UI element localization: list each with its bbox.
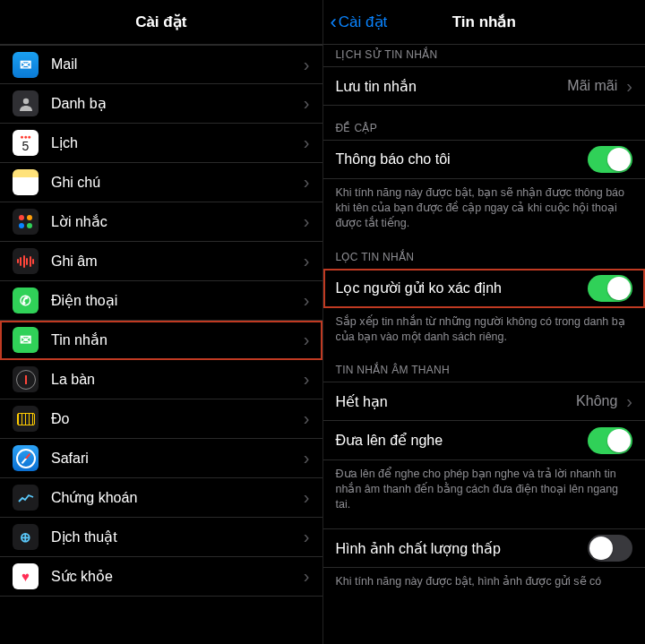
low-quality-toggle[interactable] <box>588 535 632 562</box>
row-label: Chứng khoán <box>51 489 300 506</box>
chevron-right-icon: › <box>304 172 310 193</box>
back-label: Cài đặt <box>339 13 387 31</box>
settings-row-notes[interactable]: Ghi chú › <box>0 163 322 202</box>
row-value: Không <box>576 393 617 409</box>
settings-pane: Cài đặt ✉︎ Mail › Danh bạ › ●●●5 Lịch › <box>0 0 323 644</box>
settings-row-calendar[interactable]: ●●●5 Lịch › <box>0 124 322 163</box>
back-button[interactable]: ‹ Cài đặt <box>331 13 388 32</box>
chevron-right-icon: › <box>304 527 310 547</box>
right-title: Tin nhắn <box>452 13 516 31</box>
row-label: Lời nhắc <box>51 213 300 230</box>
reminders-icon <box>13 209 39 235</box>
row-label: La bàn <box>51 372 300 388</box>
row-label: Hết hạn <box>336 393 577 410</box>
stocks-icon <box>13 485 39 511</box>
raise-to-listen-row[interactable]: Đưa lên để nghe <box>323 421 646 460</box>
section-mentions: ĐỀ CẬP <box>323 106 646 140</box>
screenshot-container: Cài đặt ✉︎ Mail › Danh bạ › ●●●5 Lịch › <box>0 0 645 644</box>
row-label: Lịch <box>51 134 300 151</box>
chevron-right-icon: › <box>304 93 310 114</box>
section-audio: TIN NHẮN ÂM THANH <box>323 348 646 382</box>
chevron-right-icon: › <box>304 369 310 390</box>
settings-row-measure[interactable]: Đo › <box>0 399 322 439</box>
left-title: Cài đặt <box>135 13 186 31</box>
raise-to-listen-toggle[interactable] <box>588 427 632 454</box>
row-label: Ghi chú <box>51 175 300 191</box>
section-filter: LỌC TIN NHẮN <box>323 235 646 269</box>
settings-row-mail[interactable]: ✉︎ Mail › <box>0 45 322 84</box>
row-label: Safari <box>51 451 300 467</box>
chevron-right-icon: › <box>304 290 310 311</box>
chevron-right-icon: › <box>304 487 310 508</box>
translate-icon: ⊕ <box>13 524 39 550</box>
row-label: Mail <box>51 56 300 73</box>
health-icon: ♥ <box>13 563 39 589</box>
row-label: Thông báo cho tôi <box>336 151 589 167</box>
compass-icon <box>13 366 39 392</box>
row-label: Lọc người gửi ko xác định <box>336 279 589 296</box>
phone-icon: ✆ <box>13 288 39 313</box>
notify-me-footer: Khi tính năng này được bật, bạn sẽ nhận … <box>323 179 646 235</box>
chevron-right-icon: › <box>304 408 310 429</box>
notify-me-toggle[interactable] <box>588 146 632 173</box>
row-value: Mãi mãi <box>567 78 617 94</box>
expire-row[interactable]: Hết hạn Không › <box>323 382 646 421</box>
safari-icon <box>13 445 39 471</box>
filter-unknown-toggle[interactable] <box>588 275 632 302</box>
settings-list[interactable]: ✉︎ Mail › Danh bạ › ●●●5 Lịch › G <box>0 45 322 644</box>
notes-icon <box>13 169 39 195</box>
chevron-right-icon: › <box>304 55 310 75</box>
section-history: LỊCH SỬ TIN NHẮN <box>323 45 646 66</box>
chevron-right-icon: › <box>304 330 310 350</box>
row-label: Đưa lên để nghe <box>336 432 589 449</box>
settings-row-phone[interactable]: ✆ Điện thoại › <box>0 281 322 321</box>
measure-icon <box>13 406 39 432</box>
messages-settings-pane: ‹ Cài đặt Tin nhắn LỊCH SỬ TIN NHẮN Lưu … <box>323 0 646 644</box>
raise-footer: Đưa lên để nghe cho phép bạn nghe và trả… <box>323 460 646 516</box>
chevron-right-icon: › <box>304 251 310 271</box>
messages-icon: ✉︎ <box>13 327 39 353</box>
settings-row-safari[interactable]: Safari › <box>0 439 322 478</box>
settings-row-messages[interactable]: ✉︎ Tin nhắn › <box>0 321 322 360</box>
settings-row-reminders[interactable]: Lời nhắc › <box>0 202 322 242</box>
row-label: Hình ảnh chất lượng thấp <box>336 540 589 557</box>
filter-unknown-row[interactable]: Lọc người gửi ko xác định <box>323 269 646 308</box>
row-label: Sức khỏe <box>51 568 300 585</box>
settings-row-translate[interactable]: ⊕ Dịch thuật › <box>0 518 322 557</box>
left-header: Cài đặt <box>0 0 322 45</box>
row-label: Danh bạ <box>51 95 300 112</box>
contacts-icon <box>13 90 39 116</box>
messages-settings-content[interactable]: LỊCH SỬ TIN NHẮN Lưu tin nhắn Mãi mãi › … <box>323 45 646 644</box>
settings-row-voice-memos[interactable]: Ghi âm › <box>0 242 322 281</box>
settings-row-health[interactable]: ♥ Sức khỏe › <box>0 557 322 597</box>
low-quality-row[interactable]: Hình ảnh chất lượng thấp <box>323 528 646 568</box>
calendar-icon: ●●●5 <box>13 130 39 156</box>
settings-row-stocks[interactable]: Chứng khoán › <box>0 478 322 518</box>
row-label: Lưu tin nhắn <box>336 78 568 95</box>
low-quality-footer: Khi tính năng này được bật, hình ảnh đượ… <box>323 568 646 593</box>
row-label: Điện thoại <box>51 292 300 309</box>
chevron-left-icon: ‹ <box>331 13 337 32</box>
row-label: Tin nhắn <box>51 331 300 348</box>
chevron-right-icon: › <box>304 448 310 468</box>
chevron-right-icon: › <box>304 211 310 232</box>
row-label: Dịch thuật <box>51 528 300 545</box>
filter-unknown-footer: Sắp xếp tin nhắn từ những người không có… <box>323 308 646 348</box>
mail-icon: ✉︎ <box>13 52 39 78</box>
right-header: ‹ Cài đặt Tin nhắn <box>323 0 646 45</box>
chevron-right-icon: › <box>304 566 310 587</box>
voice-memos-icon <box>13 248 39 274</box>
keep-messages-row[interactable]: Lưu tin nhắn Mãi mãi › <box>323 66 646 106</box>
chevron-right-icon: › <box>626 391 632 412</box>
row-label: Ghi âm <box>51 253 300 270</box>
chevron-right-icon: › <box>626 76 632 97</box>
settings-row-contacts[interactable]: Danh bạ › <box>0 84 322 124</box>
chevron-right-icon: › <box>304 133 310 153</box>
svg-point-0 <box>22 98 28 103</box>
notify-me-row[interactable]: Thông báo cho tôi <box>323 140 646 179</box>
row-label: Đo <box>51 411 300 427</box>
settings-row-compass[interactable]: La bàn › <box>0 360 322 399</box>
